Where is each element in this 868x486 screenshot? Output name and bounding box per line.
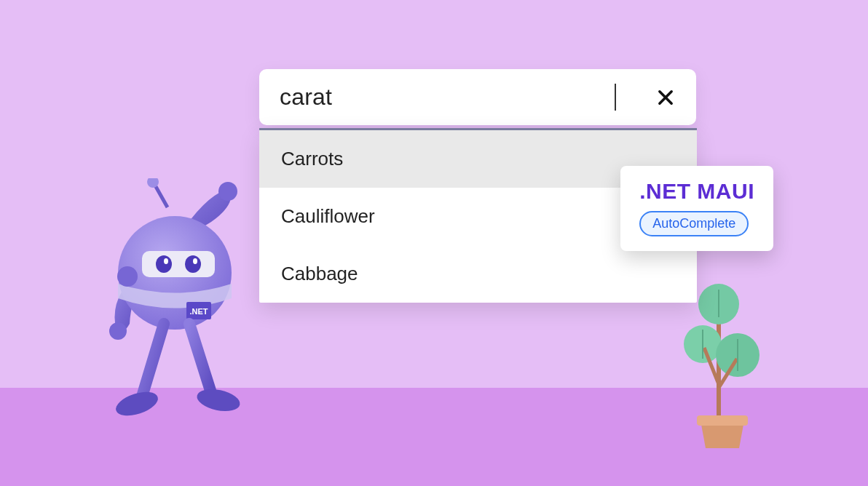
badge-pill: AutoComplete bbox=[639, 211, 749, 236]
svg-point-9 bbox=[185, 255, 201, 273]
svg-point-11 bbox=[193, 258, 197, 264]
suggestion-item[interactable]: Cabbage bbox=[259, 245, 697, 303]
svg-point-8 bbox=[156, 255, 172, 273]
svg-point-10 bbox=[164, 258, 168, 264]
badge-title: .NET MAUI bbox=[639, 179, 754, 204]
svg-point-13 bbox=[195, 386, 242, 415]
svg-point-1 bbox=[109, 322, 127, 340]
svg-point-14 bbox=[117, 266, 138, 287]
search-box bbox=[259, 69, 696, 125]
svg-point-0 bbox=[218, 182, 237, 201]
svg-rect-7 bbox=[142, 251, 215, 277]
svg-line-2 bbox=[154, 184, 167, 207]
svg-rect-21 bbox=[697, 415, 748, 426]
svg-text:.NET: .NET bbox=[189, 307, 208, 316]
product-badge: .NET MAUI AutoComplete bbox=[620, 166, 773, 251]
clear-icon[interactable] bbox=[655, 87, 676, 108]
search-input[interactable] bbox=[280, 84, 616, 111]
svg-point-12 bbox=[113, 387, 161, 420]
robot-mascot: .NET bbox=[102, 178, 269, 426]
